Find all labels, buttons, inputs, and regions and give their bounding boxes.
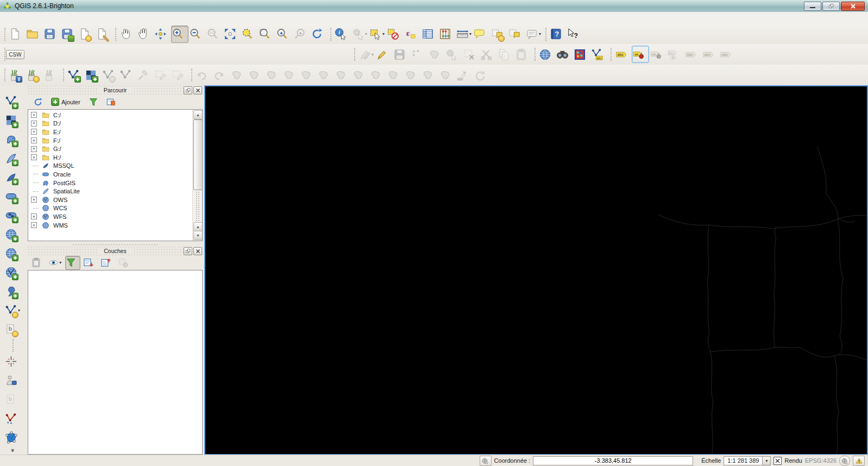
tree-expander[interactable] (30, 137, 42, 143)
statistical-summary-button[interactable] (438, 26, 456, 43)
browser-item-h-drive[interactable]: H:/ (30, 153, 202, 162)
minimize-button[interactable] (804, 2, 821, 11)
composer-manager-button[interactable] (95, 26, 112, 43)
new-project-button[interactable] (8, 26, 26, 43)
add-vector-layer-button[interactable] (3, 92, 23, 111)
menu-aide[interactable] (112, 17, 122, 19)
browser-close-button[interactable] (193, 86, 202, 95)
zoom-in-button[interactable] (171, 26, 188, 43)
menu-processing[interactable] (102, 17, 112, 19)
show-hide-labels-button[interactable] (666, 46, 684, 63)
create-grass-vector-button[interactable] (102, 66, 119, 84)
add-delimited-text-layer-button[interactable] (3, 282, 23, 301)
tree-expander[interactable] (30, 146, 42, 152)
add-wms-layer-button[interactable] (3, 225, 23, 244)
highlight-pinned-labels-button[interactable] (649, 46, 666, 63)
save-project-button[interactable] (43, 26, 60, 43)
delete-part-button[interactable] (334, 66, 351, 84)
browser-item-mssql[interactable]: MSSQL (30, 162, 202, 171)
node-tool-button[interactable] (445, 46, 462, 63)
deselect-features-button[interactable] (386, 26, 404, 43)
rotate-point-symbols-button[interactable] (456, 66, 473, 84)
cut-features-button[interactable] (480, 46, 497, 63)
browser-item-oracle[interactable]: Oracle (30, 170, 202, 179)
delete-ring-button[interactable] (317, 66, 334, 84)
change-label-button[interactable] (719, 46, 736, 63)
browser-filter-button[interactable] (86, 95, 101, 109)
text-annotation-button[interactable]: ▾ (525, 26, 543, 43)
metasearch-catalog-button[interactable] (573, 46, 590, 63)
tree-expander[interactable] (30, 222, 42, 228)
open-attribute-table-button[interactable] (421, 26, 438, 43)
tree-expander[interactable] (30, 197, 42, 203)
tree-expander[interactable] (30, 154, 42, 160)
identify-features-button[interactable] (334, 26, 351, 43)
menu-couche[interactable] (34, 17, 43, 19)
scroll-up2-icon[interactable]: ▲ (193, 222, 203, 231)
copy-features-button[interactable] (497, 46, 514, 63)
scrollbar-thumb[interactable] (193, 119, 203, 190)
place-search-button[interactable] (556, 46, 573, 63)
qgis-globe-button[interactable] (538, 46, 556, 63)
browser-item-wms[interactable]: WMS (30, 221, 202, 230)
add-grass-raster-layer-button[interactable] (84, 66, 102, 84)
zoom-full-extent-button[interactable] (223, 26, 241, 43)
split-features-button[interactable] (386, 66, 404, 84)
merge-features-button[interactable] (421, 66, 438, 84)
new-print-composer-button[interactable] (78, 26, 95, 43)
browser-add-button[interactable]: Ajouter (48, 97, 84, 107)
new-bookmark-button[interactable] (490, 26, 508, 43)
tree-expander[interactable] (30, 174, 42, 174)
show-bookmarks-button[interactable] (508, 26, 525, 43)
pan-to-selection-button[interactable] (154, 26, 171, 43)
add-part-button[interactable] (282, 66, 299, 84)
edit-grass-vector-button[interactable] (119, 66, 136, 84)
menu-editer[interactable] (14, 17, 24, 19)
grass-open-mapset-button[interactable] (8, 66, 26, 84)
grass-new-mapset-button[interactable] (26, 66, 43, 84)
save-project-as-button[interactable] (60, 26, 78, 43)
manage-visibility-button[interactable]: ▾ (48, 256, 63, 270)
rotate-map-button[interactable] (473, 66, 490, 84)
delete-selected-button[interactable] (462, 46, 480, 63)
tree-expander[interactable] (30, 129, 42, 135)
topology-checker-button[interactable] (3, 409, 23, 428)
new-spatialite-layer-button[interactable] (3, 320, 23, 339)
browser-item-spatialite[interactable]: SpatiaLite (30, 187, 202, 196)
menu-extension[interactable] (53, 17, 63, 19)
crs-status-icon[interactable] (839, 456, 850, 466)
browser-item-wcs[interactable]: WCS (30, 204, 202, 213)
tree-expander[interactable] (30, 112, 42, 118)
split-parts-button[interactable] (404, 66, 421, 84)
tree-expander[interactable] (30, 182, 42, 183)
layers-close-button[interactable] (193, 247, 202, 255)
add-wfs-layer-button[interactable] (3, 263, 23, 282)
menu-raster[interactable] (73, 17, 83, 19)
add-raster-layer-button[interactable] (3, 111, 23, 130)
render-checkbox[interactable] (773, 457, 782, 465)
coordinate-capture-button[interactable] (3, 352, 23, 371)
collapse-all-button[interactable] (100, 256, 115, 270)
browser-scrollbar[interactable]: ▲ ▲ ▼ (192, 110, 202, 241)
restore-button[interactable] (822, 2, 840, 11)
reshape-features-button[interactable] (351, 66, 369, 84)
close-button[interactable] (841, 2, 865, 11)
pan-map-button[interactable] (136, 26, 154, 43)
toolbar-overflow-chevron[interactable]: » (10, 449, 16, 452)
layer-labeling-button[interactable] (590, 46, 608, 63)
grass-close-mapset-button[interactable] (43, 66, 60, 84)
grass-tools-button[interactable] (136, 66, 154, 84)
add-mssql-layer-button[interactable] (3, 168, 23, 187)
zoom-last-button[interactable] (275, 26, 293, 43)
select-by-expression-button[interactable] (404, 26, 421, 43)
add-spatialite-layer-button[interactable] (3, 149, 23, 168)
browser-float-button[interactable] (184, 86, 192, 95)
browser-item-e-drive[interactable]: E:/ (30, 128, 202, 136)
tree-expander[interactable] (30, 208, 42, 209)
csw-metasearch-button[interactable]: CSW (8, 46, 26, 63)
add-oracle-georaster-button[interactable] (3, 206, 23, 225)
rotate-label-button[interactable] (701, 46, 719, 63)
whats-this-button[interactable] (567, 26, 584, 43)
add-wcs-layer-button[interactable] (3, 244, 23, 263)
tree-expander[interactable] (30, 191, 42, 192)
